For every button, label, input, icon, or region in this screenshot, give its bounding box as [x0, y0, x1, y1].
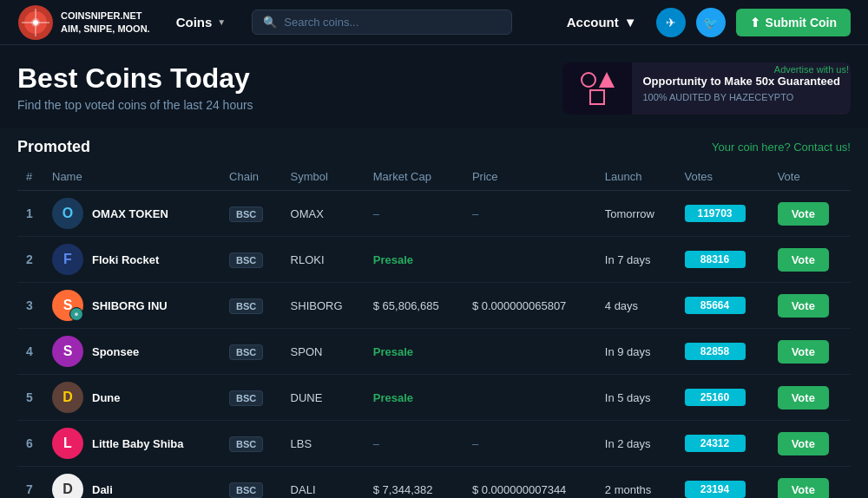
logo-icon — [17, 4, 54, 41]
chain-badge: BSC — [229, 436, 263, 452]
chevron-down-icon: ▼ — [624, 15, 637, 29]
cell-vote: Vote — [769, 421, 851, 467]
votes-badge: 85664 — [685, 297, 746, 314]
votes-badge: 82858 — [685, 343, 746, 360]
svg-point-5 — [33, 20, 38, 25]
coins-table: # Name Chain Symbol Market Cap Price Lau… — [17, 163, 851, 498]
ad-line1: Opportunity to Make 50x Guaranteed — [642, 73, 840, 90]
account-button[interactable]: Account ▼ — [558, 10, 646, 35]
logo[interactable]: COINSNIPER.NET AIM, SNIPE, MOON. — [17, 4, 150, 41]
telegram-icon: ✈ — [666, 16, 676, 29]
ad-line2: 100% AUDITED BY HAZECEYPTO — [642, 90, 840, 105]
cell-name: OOMAX TOKEN — [43, 191, 220, 237]
cell-votes: 23194 — [676, 467, 769, 499]
chain-badge: BSC — [229, 252, 263, 268]
cell-chain: BSC — [220, 191, 282, 237]
nav-coins-label: Coins — [176, 15, 213, 29]
cell-marketcap: Presale — [365, 375, 464, 421]
coins-tbody: 1OOMAX TOKENBSCOMAX––Tomorrow119703Vote2… — [17, 191, 851, 499]
cell-price: $ 0.000000007344 — [464, 467, 596, 499]
col-votes: Votes — [676, 163, 769, 191]
vote-button[interactable]: Vote — [778, 386, 829, 410]
coin-name: SHIBORG INU — [92, 299, 168, 312]
cell-price — [464, 329, 596, 375]
col-marketcap: Market Cap — [365, 163, 464, 191]
cell-symbol: DUNE — [282, 375, 365, 421]
cell-rank: 5 — [17, 375, 43, 421]
cell-rank: 4 — [17, 329, 43, 375]
table-header: # Name Chain Symbol Market Cap Price Lau… — [17, 163, 851, 191]
chain-badge: BSC — [229, 390, 263, 406]
table-row: 5DDuneBSCDUNEPresaleIn 5 days25160Vote — [17, 375, 851, 421]
advertise-link[interactable]: Advertise with us! — [774, 64, 849, 75]
cell-launch: In 5 days — [596, 375, 676, 421]
chain-badge: BSC — [229, 206, 263, 222]
vote-button[interactable]: Vote — [778, 248, 829, 272]
cell-marketcap: $ 7,344,382 — [365, 467, 464, 499]
vote-button[interactable]: Vote — [778, 294, 829, 318]
promoted-label: Promoted — [17, 138, 90, 156]
vote-button[interactable]: Vote — [778, 478, 829, 499]
upload-icon: ⬆ — [750, 16, 760, 29]
header: COINSNIPER.NET AIM, SNIPE, MOON. Coins ▼… — [0, 0, 868, 45]
page-title: Best Coins Today — [17, 62, 253, 95]
contact-link[interactable]: Your coin here? Contact us! — [712, 141, 851, 154]
submit-coin-button[interactable]: ⬆ Submit Coin — [736, 9, 851, 36]
submit-coin-label: Submit Coin — [766, 16, 837, 29]
cell-marketcap: – — [365, 421, 464, 467]
cell-rank: 7 — [17, 467, 43, 499]
votes-badge: 25160 — [685, 389, 746, 406]
chain-badge: BSC — [229, 344, 263, 360]
cell-rank: 3 — [17, 283, 43, 329]
cell-symbol: SPON — [282, 329, 365, 375]
hero-section: Best Coins Today Find the top voted coin… — [0, 45, 868, 128]
votes-badge: 24312 — [685, 435, 746, 452]
cell-chain: BSC — [220, 283, 282, 329]
cell-marketcap: Presale — [365, 237, 464, 283]
chain-badge: BSC — [229, 482, 263, 498]
coin-name: Dune — [92, 391, 121, 404]
cell-chain: BSC — [220, 467, 282, 499]
promoted-bar: Promoted Your coin here? Contact us! — [0, 128, 868, 163]
header-right: Account ▼ ✈ 🐦 ⬆ Submit Coin — [558, 8, 851, 37]
cell-launch: 4 days — [596, 283, 676, 329]
cell-launch: In 2 days — [596, 421, 676, 467]
col-symbol: Symbol — [282, 163, 365, 191]
ad-logo — [562, 62, 632, 115]
vote-button[interactable]: Vote — [778, 340, 829, 364]
votes-badge: 119703 — [685, 205, 746, 222]
col-vote: Vote — [769, 163, 851, 191]
chain-badge: BSC — [229, 298, 263, 314]
cell-vote: Vote — [769, 283, 851, 329]
shape-triangle-icon — [599, 72, 615, 88]
cell-name: DDune — [43, 375, 220, 421]
vote-button[interactable]: Vote — [778, 202, 829, 226]
cell-launch: 2 months — [596, 467, 676, 499]
cell-votes: 25160 — [676, 375, 769, 421]
nav-coins-button[interactable]: Coins ▼ — [168, 10, 235, 35]
cell-name: FFloki Rocket — [43, 237, 220, 283]
coin-name: OMAX TOKEN — [92, 207, 168, 220]
cell-chain: BSC — [220, 237, 282, 283]
telegram-button[interactable]: ✈ — [656, 8, 686, 37]
table-row: 4SSponseeBSCSPONPresaleIn 9 days82858Vot… — [17, 329, 851, 375]
twitter-button[interactable]: 🐦 — [696, 8, 726, 37]
cell-marketcap: $ 65,806,685 — [365, 283, 464, 329]
cell-vote: Vote — [769, 191, 851, 237]
cell-vote: Vote — [769, 237, 851, 283]
cell-launch: In 7 days — [596, 237, 676, 283]
cell-name: LLittle Baby Shiba — [43, 421, 220, 467]
col-rank: # — [17, 163, 43, 191]
cell-votes: 82858 — [676, 329, 769, 375]
cell-name: DDali — [43, 467, 220, 499]
cell-launch: In 9 days — [596, 329, 676, 375]
ad-banner[interactable]: Advertise with us! Opportunity to Make 5… — [562, 62, 851, 115]
coin-logo: L — [52, 428, 83, 459]
cell-votes: 24312 — [676, 421, 769, 467]
cell-price: $ 0.000000065807 — [464, 283, 596, 329]
cell-rank: 1 — [17, 191, 43, 237]
vote-button[interactable]: Vote — [778, 432, 829, 455]
search-input[interactable] — [284, 16, 501, 29]
shape-square-icon — [589, 89, 605, 105]
cell-price — [464, 237, 596, 283]
